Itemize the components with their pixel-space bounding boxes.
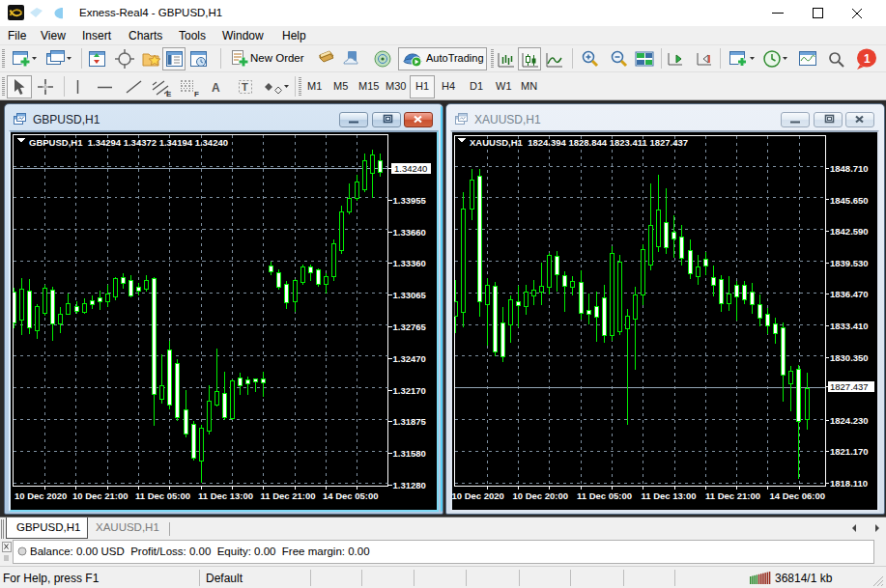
svg-text:1.31875: 1.31875 [393, 416, 427, 427]
svg-text:10 Dec 2020: 10 Dec 2020 [14, 490, 67, 501]
svg-text:1839.530: 1839.530 [830, 258, 869, 268]
svg-text:11 Dec 05:00: 11 Dec 05:00 [577, 490, 632, 501]
svg-text:11 Dec 21:00: 11 Dec 21:00 [705, 490, 760, 501]
svg-text:1824.230: 1824.230 [830, 415, 869, 426]
svg-text:1.32170: 1.32170 [393, 385, 426, 396]
svg-text:1.31580: 1.31580 [393, 448, 426, 459]
svg-text:1827.437: 1827.437 [830, 381, 869, 392]
svg-text:11 Dec 13:00: 11 Dec 13:00 [198, 490, 253, 501]
svg-text:1833.410: 1833.410 [830, 321, 869, 331]
svg-text:14 Dec 06:00: 14 Dec 06:00 [770, 490, 826, 501]
svg-text:1.33660: 1.33660 [393, 227, 426, 238]
svg-text:10 Dec 20:00: 10 Dec 20:00 [513, 490, 569, 501]
svg-text:11 Dec 13:00: 11 Dec 13:00 [642, 490, 697, 501]
svg-text:1.31280: 1.31280 [393, 480, 426, 490]
svg-text:1848.710: 1848.710 [830, 163, 869, 174]
svg-text:1818.110: 1818.110 [830, 478, 868, 489]
svg-text:XAUUSD,H1 1824.394 1828.844 1: XAUUSD,H1 1824.394 1828.844 1823.411 182… [470, 137, 688, 148]
svg-text:1845.650: 1845.650 [830, 195, 869, 206]
svg-text:11 Dec 21:00: 11 Dec 21:00 [261, 490, 316, 501]
svg-text:11 Dec 05:00: 11 Dec 05:00 [135, 490, 190, 501]
svg-text:1.32470: 1.32470 [393, 353, 426, 364]
svg-text:1.33360: 1.33360 [393, 258, 426, 268]
svg-text:1842.590: 1842.590 [830, 226, 869, 237]
svg-text:GBPUSD,H1 1.34294 1.34372 1.3: GBPUSD,H1 1.34294 1.34372 1.34194 1.3424… [29, 137, 228, 148]
svg-text:1830.350: 1830.350 [830, 352, 869, 363]
svg-text:1.33065: 1.33065 [393, 290, 427, 300]
svg-text:1821.170: 1821.170 [830, 446, 869, 457]
svg-text:1.33955: 1.33955 [393, 195, 427, 206]
svg-text:1.34240: 1.34240 [394, 163, 427, 174]
svg-text:1.32765: 1.32765 [393, 322, 427, 332]
svg-text:10 Dec 2020: 10 Dec 2020 [452, 490, 504, 501]
svg-text:10 Dec 21:00: 10 Dec 21:00 [72, 490, 129, 501]
svg-text:1836.470: 1836.470 [830, 289, 869, 299]
svg-text:14 Dec 05:00: 14 Dec 05:00 [323, 490, 379, 501]
